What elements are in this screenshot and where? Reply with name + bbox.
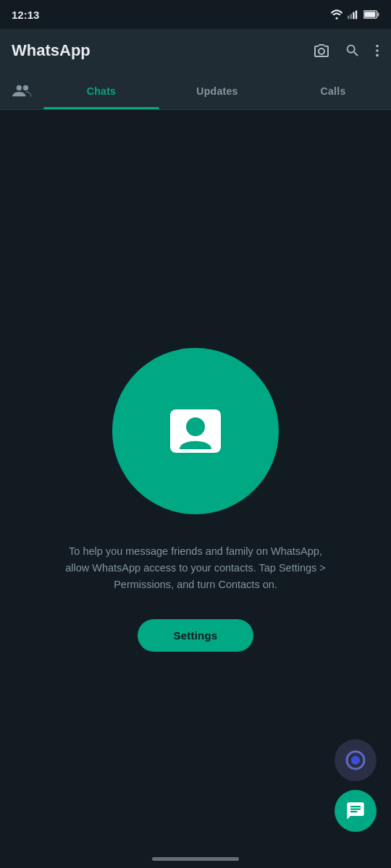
camera-icon[interactable] — [313, 43, 330, 59]
new-chat-icon — [345, 801, 366, 821]
app-title: WhatsApp — [12, 41, 91, 60]
community-icon — [12, 83, 31, 99]
svg-point-14 — [186, 417, 205, 436]
svg-point-12 — [23, 85, 28, 90]
app-header: WhatsApp — [0, 29, 391, 72]
permission-description: To help you message friends and family o… — [58, 543, 333, 594]
tab-updates[interactable]: Updates — [159, 72, 275, 109]
tab-calls[interactable]: Calls — [275, 72, 391, 109]
fab-new-chat-button[interactable] — [335, 790, 377, 832]
svg-rect-7 — [364, 12, 375, 17]
tab-chats[interactable]: Chats — [43, 72, 159, 109]
svg-point-8 — [376, 45, 379, 48]
tab-bar: Chats Updates Calls — [0, 72, 391, 110]
tab-community[interactable] — [0, 72, 43, 109]
svg-rect-1 — [348, 16, 349, 20]
svg-point-11 — [17, 85, 22, 90]
contact-card-icon — [159, 395, 232, 467]
fab-circle-button[interactable] — [335, 739, 377, 781]
more-options-icon[interactable] — [375, 43, 379, 59]
svg-rect-6 — [377, 12, 379, 16]
wifi-icon — [330, 9, 343, 20]
search-icon[interactable] — [345, 43, 361, 59]
signal-icon — [348, 9, 359, 20]
svg-rect-4 — [356, 10, 357, 19]
status-bar: 12:13 — [0, 0, 391, 29]
fab-container — [335, 739, 377, 832]
circle-icon — [345, 749, 366, 771]
svg-rect-3 — [353, 12, 354, 20]
home-indicator — [152, 857, 239, 861]
svg-point-0 — [336, 17, 338, 20]
svg-point-9 — [376, 49, 379, 52]
svg-point-17 — [351, 756, 360, 765]
contacts-permission-illustration — [112, 348, 279, 514]
status-time: 12:13 — [12, 9, 39, 21]
main-content: To help you message friends and family o… — [0, 110, 391, 846]
status-icons — [330, 9, 379, 20]
header-actions — [313, 43, 379, 59]
settings-button[interactable]: Settings — [138, 619, 254, 652]
svg-point-10 — [376, 54, 379, 57]
battery-icon — [363, 10, 379, 19]
svg-rect-2 — [350, 14, 352, 19]
